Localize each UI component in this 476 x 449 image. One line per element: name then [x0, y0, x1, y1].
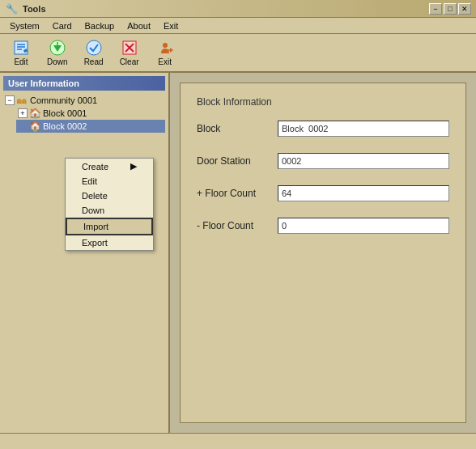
edit-button[interactable]: Edit — [6, 37, 36, 68]
main-area: User Information − 🏘 Community 0001 + 🏠 … — [0, 73, 476, 433]
exit-label: Exit — [158, 57, 172, 66]
svg-point-12 — [163, 43, 168, 48]
plus-floor-count-field-row: + Floor Count — [197, 185, 449, 201]
down-label: Down — [47, 57, 68, 66]
block-info-panel: Block Information Block Door Station + F… — [180, 83, 466, 423]
minimize-button[interactable]: − — [429, 3, 442, 15]
down-button[interactable]: Down — [42, 37, 73, 68]
edit-icon — [12, 39, 30, 57]
block0001-toggle[interactable]: + — [18, 108, 28, 118]
block0002-label: Block 0002 — [43, 121, 87, 131]
tree-community[interactable]: − 🏘 Community 0001 — [3, 94, 165, 107]
block-label: Block — [197, 123, 278, 134]
community-toggle[interactable]: − — [5, 95, 15, 105]
block-input[interactable] — [278, 121, 449, 137]
plus-floor-count-input[interactable] — [278, 185, 449, 201]
community-icon: 🏘 — [16, 95, 28, 106]
edit-label: Edit — [14, 57, 28, 66]
menu-card[interactable]: Card — [46, 19, 79, 32]
read-label: Read — [84, 57, 104, 66]
menu-system[interactable]: System — [3, 19, 46, 32]
app-icon: 🔧 — [5, 2, 18, 15]
ctx-create[interactable]: Create ▶ — [66, 159, 153, 174]
ctx-export[interactable]: Export — [66, 235, 153, 250]
sidebar-title: User Information — [3, 76, 165, 91]
menu-exit[interactable]: Exit — [157, 19, 185, 32]
ctx-edit[interactable]: Edit — [66, 174, 153, 188]
block-field-row: Block — [197, 121, 449, 137]
sidebar: User Information − 🏘 Community 0001 + 🏠 … — [0, 73, 170, 433]
window-title: Tools — [23, 4, 429, 14]
status-bar — [0, 433, 476, 449]
content-area: Block Information Block Door Station + F… — [170, 73, 476, 433]
minus-floor-count-label: - Floor Count — [197, 220, 278, 231]
tree-block-0002[interactable]: 🏠 Block 0002 — [16, 120, 165, 133]
window-controls: − □ ✕ — [429, 3, 471, 15]
exit-button[interactable]: Exit — [151, 37, 180, 68]
menu-about[interactable]: About — [121, 19, 157, 32]
down-icon — [49, 39, 66, 57]
read-button[interactable]: Read — [79, 37, 108, 68]
community-label: Community 0001 — [30, 95, 97, 105]
menu-bar: System Card Backup About Exit — [0, 18, 476, 34]
clear-icon — [121, 39, 138, 57]
minus-floor-count-input[interactable] — [278, 218, 449, 234]
block0002-icon: 🏠 — [29, 121, 40, 132]
toolbar: Edit Down Read Clear — [0, 34, 476, 73]
close-button[interactable]: ✕ — [458, 3, 471, 15]
maximize-button[interactable]: □ — [444, 3, 457, 15]
svg-point-8 — [87, 40, 101, 55]
menu-backup[interactable]: Backup — [79, 19, 121, 32]
ctx-import[interactable]: Import — [66, 218, 153, 235]
panel-title: Block Information — [197, 96, 449, 108]
door-station-field-row: Door Station — [197, 153, 449, 169]
title-bar: 🔧 Tools − □ ✕ — [0, 0, 476, 18]
door-station-input[interactable] — [278, 153, 449, 169]
minus-floor-count-field-row: - Floor Count — [197, 218, 449, 234]
ctx-down[interactable]: Down — [66, 203, 153, 218]
ctx-delete[interactable]: Delete — [66, 188, 153, 203]
svg-marker-14 — [170, 48, 173, 53]
clear-button[interactable]: Clear — [115, 37, 144, 68]
block0001-icon: 🏠 — [29, 108, 40, 119]
read-icon — [85, 39, 103, 57]
plus-floor-count-label: + Floor Count — [197, 188, 278, 199]
block0001-label: Block 0001 — [43, 108, 87, 118]
exit-icon — [156, 39, 174, 57]
door-station-label: Door Station — [197, 155, 278, 167]
context-menu: Create ▶ Edit Delete Down Import Export — [65, 158, 154, 251]
clear-label: Clear — [120, 57, 139, 66]
tree-block-0001[interactable]: + 🏠 Block 0001 — [16, 107, 165, 120]
